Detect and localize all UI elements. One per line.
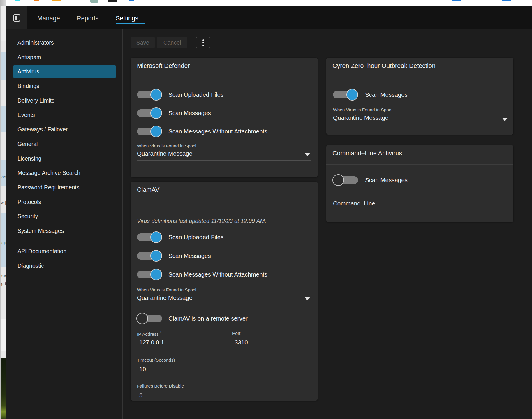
field-underline <box>137 305 311 305</box>
sidebar-content-divider <box>122 29 123 419</box>
kebab-dot <box>202 45 204 46</box>
browser-favicon-fragment <box>452 0 461 1</box>
dropdown-label: When Virus is Found in Spool <box>137 143 196 149</box>
toggle-knob <box>150 126 162 137</box>
ip-address-label: IP Address * <box>137 331 161 337</box>
toggle-row-scan-uploaded-files: Scan Uploaded Files <box>137 231 223 243</box>
toggle-row-remote-server: ClamAV is on a remote server <box>137 313 248 324</box>
sidebar-item-bindings[interactable]: Bindings <box>13 80 116 93</box>
sidebar-item-system-messages[interactable]: System Messages <box>13 224 116 237</box>
scan-uploaded-files-toggle[interactable] <box>137 89 162 101</box>
sidebar-item-administrators[interactable]: Administrators <box>13 36 116 49</box>
browser-favicon-fragment <box>90 0 98 3</box>
browser-favicon-fragment <box>502 0 511 1</box>
card-cyren: Cyren Zero–hour Outbreak Detection Scan … <box>326 58 513 135</box>
virus-found-dropdown[interactable]: Quarantine Message <box>137 150 192 157</box>
background-row-stripe <box>1 213 6 267</box>
toggle-label: Scan Messages <box>365 91 408 98</box>
card-title: Cyren Zero–hour Outbreak Detection <box>332 62 436 70</box>
toggle-knob <box>150 107 162 119</box>
toggle-row-scan-uploaded-files: Scan Uploaded Files <box>137 89 223 101</box>
dropdown-label: When Virus is Found in Spool <box>137 287 196 293</box>
toggle-knob <box>150 89 162 101</box>
scan-messages-toggle[interactable] <box>333 174 358 186</box>
sidebar-item-antispam[interactable]: Antispam <box>13 51 116 64</box>
toggle-label: Scan Messages <box>168 110 211 117</box>
toggle-row-scan-messages-without-attachments: Scan Messages Without Attachments <box>137 269 267 280</box>
field-underline <box>232 350 311 350</box>
toggle-label: Scan Uploaded Files <box>168 234 223 241</box>
toggle-label: ClamAV is on a remote server <box>168 315 248 322</box>
toggle-row-scan-messages: Scan Messages <box>137 107 211 119</box>
failures-field[interactable]: 5 <box>139 392 142 399</box>
save-button[interactable]: Save <box>131 37 155 48</box>
active-tab-underline <box>116 23 145 24</box>
virus-definitions-note: Virus definitions last updated 11/12/23 … <box>137 218 266 224</box>
settings-sidebar: AdministratorsAntispamAntivirusBindingsD… <box>13 36 116 274</box>
background-divider <box>1 39 6 39</box>
browser-favicon-fragment <box>108 0 117 2</box>
chevron-down-icon[interactable] <box>304 153 310 156</box>
background-divider <box>1 351 6 351</box>
sidebar-item-security[interactable]: Security <box>13 210 116 223</box>
scan-messages-toggle[interactable] <box>333 89 358 101</box>
port-field[interactable]: 3310 <box>235 339 248 346</box>
kebab-dot <box>202 39 204 41</box>
command-line-text: Command–Line <box>333 200 375 207</box>
sidebar-item-api-documentation[interactable]: API Documentation <box>13 245 116 258</box>
sidebar-item-general[interactable]: General <box>13 138 116 151</box>
chevron-down-icon[interactable] <box>502 118 508 121</box>
sidebar-item-message-archive-search[interactable]: Message Archive Search <box>13 166 116 179</box>
sidebar-item-password-requirements[interactable]: Password Requirements <box>13 181 116 194</box>
field-underline <box>137 377 311 377</box>
chevron-down-icon[interactable] <box>304 297 310 300</box>
card-title: Microsoft Defender <box>137 62 190 70</box>
browser-tab-strip <box>0 0 532 6</box>
card-title: Command–Line Antivirus <box>332 150 402 157</box>
background-page-strip: as w | a p ma g t <box>0 6 6 419</box>
background-toolbar-fragment <box>1 6 6 41</box>
kebab-dot <box>202 42 204 43</box>
toggle-knob <box>332 174 344 186</box>
scan-messages-toggle[interactable] <box>137 250 162 262</box>
sidebar-item-antivirus[interactable]: Antivirus <box>13 65 116 78</box>
toggle-label: Scan Uploaded Files <box>168 91 223 98</box>
toggle-row-scan-messages: Scan Messages <box>333 89 408 101</box>
scan-messages-toggle[interactable] <box>137 107 162 119</box>
nav-item-settings[interactable]: Settings <box>116 14 138 23</box>
scan-messages-without-attachments-toggle[interactable] <box>137 126 162 137</box>
background-photo-fragment <box>1 358 6 419</box>
app-header: ManageReportsSettings <box>6 6 532 29</box>
scan-messages-without-attachments-toggle[interactable] <box>137 269 162 280</box>
card-title-divider <box>131 201 318 201</box>
remote-server-toggle[interactable] <box>137 313 162 324</box>
more-options-button[interactable] <box>196 37 210 48</box>
card-title-divider <box>131 77 318 77</box>
nav-item-reports[interactable]: Reports <box>77 14 98 23</box>
card-title-divider <box>326 164 513 165</box>
background-text-fragment: w | <box>1 200 6 205</box>
scan-uploaded-files-toggle[interactable] <box>137 231 162 243</box>
sidebar-toggle-icon[interactable] <box>13 14 20 22</box>
toggle-knob <box>150 250 162 262</box>
sidebar-item-gateways-failover[interactable]: Gateways / Failover <box>13 123 116 136</box>
sidebar-item-licensing[interactable]: Licensing <box>13 152 116 165</box>
field-underline <box>137 350 228 350</box>
virus-found-dropdown[interactable]: Quarantine Message <box>137 294 192 301</box>
timeout-label: Timeout (Seconds) <box>137 358 175 363</box>
toggle-knob <box>346 89 358 101</box>
ip-address-field[interactable]: 127.0.0.1 <box>139 339 164 346</box>
cancel-button[interactable]: Cancel <box>157 37 187 48</box>
sidebar-toggle-fill <box>15 16 17 20</box>
background-text-fragment: as <box>1 174 6 179</box>
virus-found-dropdown[interactable]: Quarantine Message <box>333 114 388 121</box>
toggle-row-scan-messages: Scan Messages <box>137 250 211 262</box>
background-text-fragment: ma <box>0 273 6 278</box>
timeout-field[interactable]: 10 <box>139 366 146 373</box>
sidebar-item-delivery-limits[interactable]: Delivery Limits <box>13 94 116 107</box>
sidebar-item-events[interactable]: Events <box>13 108 116 122</box>
field-underline <box>333 125 507 125</box>
sidebar-item-protocols[interactable]: Protocols <box>13 196 116 209</box>
nav-item-manage[interactable]: Manage <box>37 14 60 23</box>
sidebar-item-diagnostic[interactable]: Diagnostic <box>13 259 116 272</box>
